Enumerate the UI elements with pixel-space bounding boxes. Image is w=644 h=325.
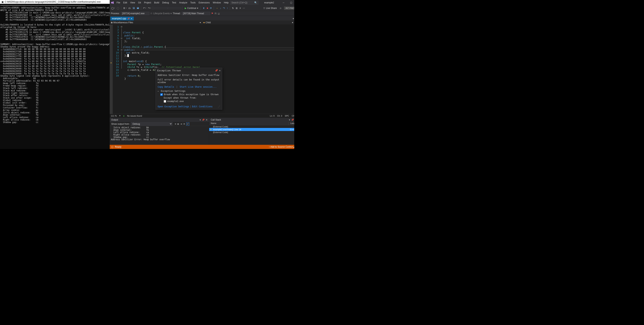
new-item-button[interactable]: 🗎▾ [122, 6, 127, 10]
output-text[interactable]: Intra object redzone: bb ASan internal: … [110, 126, 209, 145]
process-label: Process: [111, 12, 120, 15]
check-icon: ● [123, 115, 124, 117]
close-tab-icon[interactable]: ✕ [131, 17, 132, 20]
open-button[interactable]: 🗁 [128, 6, 132, 10]
output-tool3[interactable]: ⇥ [180, 123, 182, 125]
save-all-button[interactable]: 🖬 [136, 6, 140, 10]
edit-conditions-link[interactable]: Edit Conditions [192, 105, 212, 108]
pin-icon[interactable]: 📌 [215, 69, 218, 72]
issues-label[interactable]: No issues found [127, 115, 142, 117]
zoom-level[interactable]: 111 % [111, 115, 117, 117]
zoom-dropdown-icon[interactable]: ▾ [119, 114, 120, 117]
navbar-scope[interactable]: ◆ Child ▾ [202, 20, 294, 24]
step-over-button[interactable]: ↷ [222, 6, 226, 10]
stop-button[interactable]: ■ [206, 6, 209, 10]
exception-title: Exception Thrown [157, 69, 181, 72]
window-menu-icon[interactable]: ▾ [289, 119, 290, 121]
project-icon: ▦ [111, 21, 112, 23]
lifecycle-dropdown[interactable]: Lifecycle Events ▾ [154, 12, 172, 15]
config-dropdown[interactable] [154, 7, 168, 9]
debug-extra1[interactable]: ⬒ [214, 12, 216, 15]
toolbar-extra1[interactable]: ⇅ [231, 6, 234, 10]
col-name[interactable]: Name [209, 122, 289, 125]
menu-file[interactable]: File [115, 0, 122, 5]
menu-extensions[interactable]: Extensions [197, 0, 211, 5]
line-indicator[interactable]: Ln: 9 [270, 115, 274, 117]
output-tool1[interactable]: ≡ [175, 123, 176, 125]
menu-edit[interactable]: Edit [122, 0, 129, 5]
start-liveshare-link[interactable]: Start Live Share session... [180, 85, 216, 88]
callstack-row[interactable]: ➤ example2.exe!main() Line 14 C++ [209, 128, 294, 131]
resize-grip-icon[interactable]: ⋰ [218, 105, 220, 108]
nav-forward-button[interactable]: ◯ [116, 6, 120, 10]
feedback-button[interactable]: ☺ [279, 6, 282, 10]
copy-details-link[interactable]: Copy Details [158, 85, 174, 88]
minimize-button[interactable]: ─ [280, 0, 287, 5]
continue-button[interactable]: ▶ Continue ▾ [184, 6, 199, 10]
menu-test[interactable]: Test [170, 0, 178, 5]
vs-logo-icon [110, 1, 115, 4]
close-icon[interactable]: ✕ [206, 119, 208, 121]
thread-dropdown[interactable]: [30728] Main Thread [182, 12, 210, 15]
toolbar-extra3[interactable]: ≡ [239, 6, 242, 10]
break-all-button[interactable]: ⏸ [202, 6, 206, 10]
redo-button[interactable]: ↷▾ [147, 6, 152, 10]
menu-tools[interactable]: Tools [189, 0, 197, 5]
output-tool2[interactable]: ≣ [177, 123, 179, 125]
tab-overflow-button[interactable]: ▾ [292, 17, 294, 20]
exception-settings-toggle[interactable]: ▾ Exception Settings [158, 90, 220, 92]
code-editor[interactable]: ➤ 123 456 789 101112 131415 161718 ⊟│││ … [110, 25, 294, 114]
menu-help[interactable]: Help [222, 0, 230, 5]
live-share-button[interactable]: ⇪ Live Share [262, 6, 278, 10]
output-source-dropdown[interactable]: Debug [131, 122, 172, 126]
nav-back-button[interactable]: ◯▾ [110, 6, 116, 10]
debug-extra2[interactable]: ⬓ [218, 12, 220, 15]
indent-indicator[interactable]: SPC [285, 115, 289, 117]
callstack-row[interactable]: [External Code] [209, 125, 294, 128]
add-source-control-button[interactable]: ↑ Add to Source Control ▴ [269, 146, 294, 148]
chevron-down-icon: ▾ [197, 7, 198, 9]
col-lang[interactable]: Lang [289, 122, 294, 125]
eol-indicator[interactable]: CRLF [292, 115, 294, 117]
step-into-button[interactable]: ↓ [219, 6, 222, 10]
menu-project[interactable]: Project [142, 0, 152, 5]
step-out-button[interactable]: ↑ [226, 6, 229, 10]
char-indicator[interactable]: Ch: 3 [277, 115, 282, 117]
navbar-project[interactable]: ▦ Miscellaneous Files ▾ [110, 20, 202, 24]
maximize-button[interactable]: ▢ [287, 0, 294, 5]
close-icon[interactable]: ✕ [219, 69, 220, 72]
document-tab-well: example2.cpp 📌 ✕ ▾ ⚙ [110, 16, 294, 20]
pin-icon[interactable]: 📌 [291, 119, 294, 121]
output-tool4[interactable]: ✕ [183, 123, 185, 125]
menu-view[interactable]: View [129, 0, 136, 5]
show-next-statement-button[interactable]: → [215, 6, 219, 10]
except-when-label: Except when thrown from: [164, 96, 196, 99]
pin-icon[interactable]: 📌 [202, 119, 204, 121]
editor-statusbar: 111 % ▾ ● No issues found Ln: 9 Ch: 3 SP… [110, 114, 294, 118]
toolbar-extra2[interactable]: ⊞ [235, 6, 238, 10]
pin-icon[interactable]: 📌 [127, 17, 130, 20]
platform-dropdown[interactable] [168, 7, 181, 9]
menu-debug[interactable]: Debug [161, 0, 170, 5]
restart-button[interactable]: ⟳ [209, 6, 212, 10]
console-output[interactable]: ========================================… [0, 4, 110, 149]
output-wordwrap-button[interactable]: ↵ [186, 122, 189, 125]
menu-build[interactable]: Build [153, 0, 161, 5]
process-dropdown[interactable]: [30724] example2.exe [121, 12, 149, 15]
menu-window[interactable]: Window [211, 0, 222, 5]
undo-button[interactable]: ↶▾ [142, 6, 147, 10]
search-box[interactable]: Search (Ctrl+Q) 🔍 [230, 1, 258, 4]
stack-frame-icon[interactable]: ⚑ [211, 12, 213, 15]
window-menu-icon[interactable]: ▾ [200, 119, 201, 121]
document-tab-example2[interactable]: example2.cpp 📌 ✕ [110, 17, 134, 20]
callstack-row[interactable]: [External Code] [209, 131, 294, 134]
except-module-checkbox[interactable] [164, 100, 166, 103]
break-when-thrown-checkbox[interactable] [160, 93, 163, 96]
menu-git[interactable]: Git [136, 0, 142, 5]
main-menu: File Edit View Git Project Build Debug T… [115, 0, 230, 5]
toolbar-extra4[interactable]: ⋯ [242, 6, 246, 10]
menu-analyze[interactable]: Analyze [178, 0, 189, 5]
open-exception-settings-link[interactable]: Open Exception Settings [158, 105, 189, 108]
fold-column[interactable]: ⊟│││ ⊟│││ ⊟││││││ [120, 25, 123, 114]
save-button[interactable]: 🖫 [132, 6, 136, 10]
